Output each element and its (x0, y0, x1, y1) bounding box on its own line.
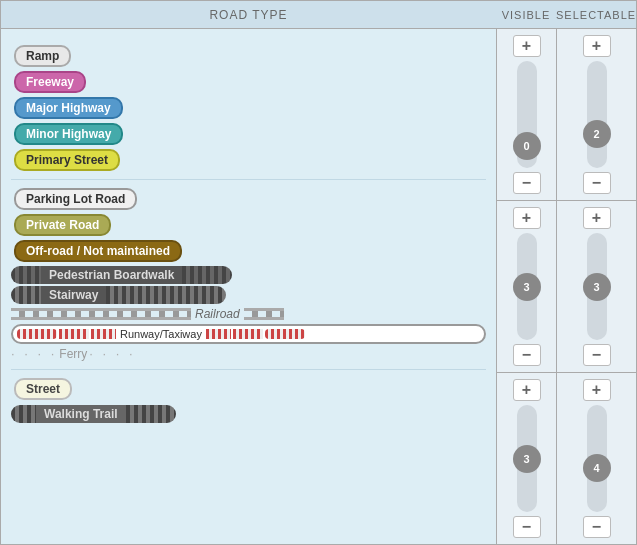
selectable-plus-btn-2[interactable]: + (583, 207, 611, 229)
slider-pair-3-visible: + 3 − (496, 372, 556, 544)
visible-track-2: 3 (517, 233, 537, 340)
visible-minus-btn-2[interactable]: − (513, 344, 541, 366)
visible-plus-btn-3[interactable]: + (513, 379, 541, 401)
road-railroad[interactable]: Railroad (11, 307, 486, 321)
visible-minus-btn-3[interactable]: − (513, 516, 541, 538)
selectable-minus-btn-3[interactable]: − (583, 516, 611, 538)
section-highways: Ramp Freeway Major Highway Minor Highway… (11, 37, 486, 180)
selectable-thumb-1[interactable]: 2 (583, 120, 611, 148)
selectable-track-3: 4 (587, 405, 607, 512)
header-visible: VISIBLE (496, 9, 556, 21)
header-selectable: SELECTABLE (556, 9, 636, 21)
header-road-type: ROAD TYPE (1, 8, 496, 22)
road-street[interactable]: Street (14, 378, 72, 400)
road-offroad[interactable]: Off-road / Not maintained (14, 240, 182, 262)
selectable-track-2: 3 (587, 233, 607, 340)
visible-minus-btn-1[interactable]: − (513, 172, 541, 194)
selectable-slider-2: + 3 − (556, 201, 636, 372)
selectable-slider-1: + 2 − (556, 29, 636, 200)
selectable-minus-btn-1[interactable]: − (583, 172, 611, 194)
road-minor-highway[interactable]: Minor Highway (14, 123, 123, 145)
visible-slider-3: + 3 − (496, 373, 556, 544)
visible-sliders-column: + 0 − + 3 − (496, 29, 556, 544)
header-row: ROAD TYPE VISIBLE SELECTABLE (1, 1, 636, 29)
visible-slider-2: + 3 − (496, 201, 556, 372)
selectable-sliders-column: + 2 − + 3 − (556, 29, 636, 544)
road-pedestrian-boardwalk[interactable]: Pedestrian Boardwalk (11, 266, 486, 284)
road-ferry[interactable]: · · · · Ferry · · · · (11, 346, 486, 361)
visible-thumb-3[interactable]: 3 (513, 445, 541, 473)
section-street: Street Walking Trail (11, 370, 486, 432)
selectable-minus-btn-2[interactable]: − (583, 344, 611, 366)
visible-track-3: 3 (517, 405, 537, 512)
visible-thumb-2[interactable]: 3 (513, 273, 541, 301)
visible-thumb-1[interactable]: 0 (513, 132, 541, 160)
slider-pair-1-visible: + 0 − (496, 29, 556, 200)
selectable-thumb-2[interactable]: 3 (583, 273, 611, 301)
slider-pair-2-selectable: + 3 − (556, 200, 636, 372)
selectable-thumb-3[interactable]: 4 (583, 454, 611, 482)
road-walking-trail[interactable]: Walking Trail (11, 405, 486, 423)
road-stairway[interactable]: Stairway (11, 286, 486, 304)
main-container: ROAD TYPE VISIBLE SELECTABLE Ramp Freewa… (0, 0, 637, 545)
slider-pair-1-selectable: + 2 − (556, 29, 636, 200)
road-freeway[interactable]: Freeway (14, 71, 86, 93)
slider-pair-3-selectable: + 4 − (556, 372, 636, 544)
selectable-plus-btn-3[interactable]: + (583, 379, 611, 401)
visible-plus-btn-2[interactable]: + (513, 207, 541, 229)
section-other-roads: Parking Lot Road Private Road Off-road /… (11, 180, 486, 370)
visible-plus-btn-1[interactable]: + (513, 35, 541, 57)
selectable-plus-btn-1[interactable]: + (583, 35, 611, 57)
visible-track-1: 0 (517, 61, 537, 168)
selectable-slider-3: + 4 − (556, 373, 636, 544)
road-primary-street[interactable]: Primary Street (14, 149, 120, 171)
road-runway[interactable]: Runway/Taxiway (11, 324, 486, 344)
content-area: Ramp Freeway Major Highway Minor Highway… (1, 29, 636, 544)
road-private[interactable]: Private Road (14, 214, 111, 236)
slider-pair-2-visible: + 3 − (496, 200, 556, 372)
road-types-column: Ramp Freeway Major Highway Minor Highway… (1, 29, 496, 544)
visible-slider-1: + 0 − (496, 29, 556, 200)
road-ramp[interactable]: Ramp (14, 45, 71, 67)
road-parking-lot[interactable]: Parking Lot Road (14, 188, 137, 210)
road-major-highway[interactable]: Major Highway (14, 97, 123, 119)
selectable-track-1: 2 (587, 61, 607, 168)
